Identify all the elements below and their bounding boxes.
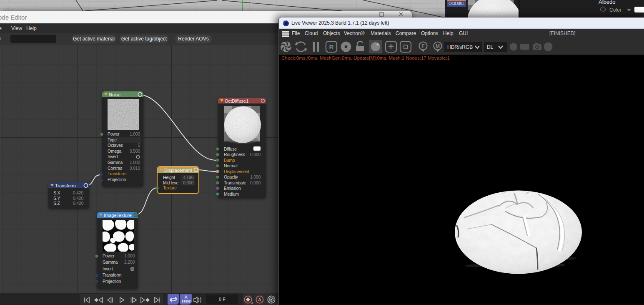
svg-text:HDR/sRGB: HDR/sRGB <box>447 44 473 50</box>
svg-text:M: M <box>436 43 440 49</box>
svg-text:R: R <box>329 43 334 50</box>
svg-text:A: A <box>258 297 261 302</box>
svg-text:DL: DL <box>487 44 494 50</box>
svg-text:0 F: 0 F <box>219 297 226 302</box>
svg-text:A: A <box>185 295 188 300</box>
svg-text:F: F <box>421 43 424 49</box>
